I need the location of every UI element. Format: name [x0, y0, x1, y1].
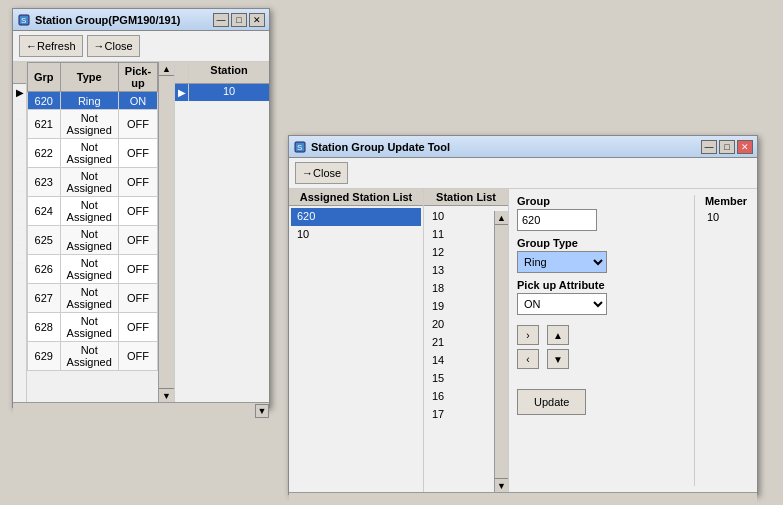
assigned-item-0[interactable]: 620	[291, 208, 421, 226]
window1-left: ▶ Grp Type Pick-up	[13, 62, 174, 402]
window2-titlebar-buttons: — □ ✕	[701, 140, 753, 154]
window1-titlebar: S Station Group(PGM190/191) — □ ✕	[13, 9, 269, 31]
group-type-field: Group Type Ring Hunt UCD None	[517, 237, 694, 273]
table-row[interactable]: 626Not AssignedOFF	[28, 255, 158, 284]
order-buttons: ▲ ▼	[547, 325, 569, 369]
row-indicator-7	[13, 210, 26, 228]
table-row[interactable]: 624Not AssignedOFF	[28, 197, 158, 226]
station-header-row: Station	[175, 62, 269, 84]
station-panel: Station ▶ 10	[174, 62, 269, 402]
assigned-station-list: 620 10	[289, 206, 423, 246]
member-value: 10	[703, 211, 749, 223]
station-row-indicator: ▶	[175, 84, 189, 101]
window1-scrollbar[interactable]: ▲ ▼	[158, 62, 174, 402]
window1-content: ▶ Grp Type Pick-up	[13, 62, 269, 402]
table-row[interactable]: 620RingON	[28, 92, 158, 110]
move-right-button[interactable]: ›	[517, 325, 539, 345]
form-section: Group Group Type Ring Hunt UCD None Pick…	[517, 195, 694, 486]
window2-minimize-btn[interactable]: —	[701, 140, 717, 154]
window2-close-button[interactable]: →Close	[295, 162, 348, 184]
station-list-panel: Station List 101112131819202114151617 ▲ …	[424, 189, 509, 492]
update-section: Update	[517, 381, 694, 415]
window1-icon: S	[17, 13, 31, 27]
window1-titlebar-buttons: — □ ✕	[213, 13, 265, 27]
scrollbar-down-arrow[interactable]: ▼	[159, 388, 174, 402]
assigned-item-1[interactable]: 10	[291, 226, 421, 244]
window2-titlebar: S Station Group Update Tool — □ ✕	[289, 136, 757, 158]
member-label: Member	[703, 195, 749, 207]
move-up-button[interactable]: ▲	[547, 325, 569, 345]
table-row[interactable]: 627Not AssignedOFF	[28, 284, 158, 313]
pickup-label: Pick up Attribute	[517, 279, 694, 291]
table-row[interactable]: 625Not AssignedOFF	[28, 226, 158, 255]
window1-title: Station Group(PGM190/191)	[35, 14, 213, 26]
window1-minimize-btn[interactable]: —	[213, 13, 229, 27]
pickup-select[interactable]: ON OFF	[517, 293, 607, 315]
main-table-wrapper: Grp Type Pick-up 620RingON621Not Assigne…	[27, 62, 158, 402]
pickup-field: Pick up Attribute ON OFF	[517, 279, 694, 315]
col-pickup: Pick-up	[118, 63, 157, 92]
window2-maximize-btn[interactable]: □	[719, 140, 735, 154]
col-type: Type	[60, 63, 118, 92]
row-indicator-3	[13, 138, 26, 156]
right-config-panel: Group Group Type Ring Hunt UCD None Pick…	[509, 189, 757, 492]
table-row[interactable]: 621Not AssignedOFF	[28, 110, 158, 139]
station-row-0[interactable]: ▶ 10	[175, 84, 269, 102]
row-indicator-9	[13, 246, 26, 264]
row-indicator-8	[13, 228, 26, 246]
table-row[interactable]: 629Not AssignedOFF	[28, 342, 158, 371]
station-list-scrollbar[interactable]: ▲ ▼	[494, 211, 508, 492]
row-indicator-col: ▶	[13, 62, 27, 402]
row-indicator-6	[13, 192, 26, 210]
station-group-window: S Station Group(PGM190/191) — □ ✕ ←Refre…	[12, 8, 270, 408]
table-row[interactable]: 623Not AssignedOFF	[28, 168, 158, 197]
row-indicator-1	[13, 102, 26, 120]
group-type-select[interactable]: Ring Hunt UCD None	[517, 251, 607, 273]
window2-title: Station Group Update Tool	[311, 141, 701, 153]
table-row[interactable]: 628Not AssignedOFF	[28, 313, 158, 342]
station-value-0: 10	[189, 84, 269, 101]
station-list-scroll-down[interactable]: ▼	[495, 478, 508, 492]
window1-maximize-btn[interactable]: □	[231, 13, 247, 27]
assigned-station-header: Assigned Station List	[289, 189, 423, 206]
window2-hscrollbar[interactable]	[289, 492, 757, 505]
window2-toolbar: →Close	[289, 158, 757, 189]
window1-toolbar: ←Refresh →Close	[13, 31, 269, 62]
assigned-station-panel: Assigned Station List 620 10	[289, 189, 424, 492]
svg-text:S: S	[297, 143, 302, 152]
scrollbar-up-arrow[interactable]: ▲	[159, 62, 174, 76]
row-indicator-0: ▶	[13, 84, 26, 102]
group-type-label: Group Type	[517, 237, 694, 249]
group-label: Group	[517, 195, 694, 207]
window1-close-button[interactable]: →Close	[87, 35, 140, 57]
move-left-button[interactable]: ‹	[517, 349, 539, 369]
group-input[interactable]	[517, 209, 597, 231]
update-button[interactable]: Update	[517, 389, 586, 415]
svg-text:S: S	[21, 16, 26, 25]
move-down-button[interactable]: ▼	[547, 349, 569, 369]
station-list-scroll-up[interactable]: ▲	[495, 211, 508, 225]
station-list-header: Station List	[424, 189, 508, 206]
window2-content: Assigned Station List 620 10 Station Lis…	[289, 189, 757, 492]
member-panel: Member 10	[694, 195, 749, 486]
window2-close-btn[interactable]: ✕	[737, 140, 753, 154]
window1-hscrollbar[interactable]: ▼	[13, 402, 269, 418]
col-grp: Grp	[28, 63, 61, 92]
row-indicator-5	[13, 174, 26, 192]
window1-close-btn[interactable]: ✕	[249, 13, 265, 27]
row-indicator-2	[13, 120, 26, 138]
hscroll-arrow[interactable]: ▼	[255, 404, 269, 418]
table-row[interactable]: 622Not AssignedOFF	[28, 139, 158, 168]
update-tool-window: S Station Group Update Tool — □ ✕ →Close…	[288, 135, 758, 495]
row-indicator-4	[13, 156, 26, 174]
station-header: Station	[189, 62, 269, 83]
refresh-button[interactable]: ←Refresh	[19, 35, 83, 57]
arrow-button-section: › ‹ ▲ ▼	[517, 325, 694, 369]
window2-icon: S	[293, 140, 307, 154]
group-field: Group	[517, 195, 694, 231]
group-table: Grp Type Pick-up 620RingON621Not Assigne…	[27, 62, 158, 371]
transfer-buttons: › ‹	[517, 325, 539, 369]
